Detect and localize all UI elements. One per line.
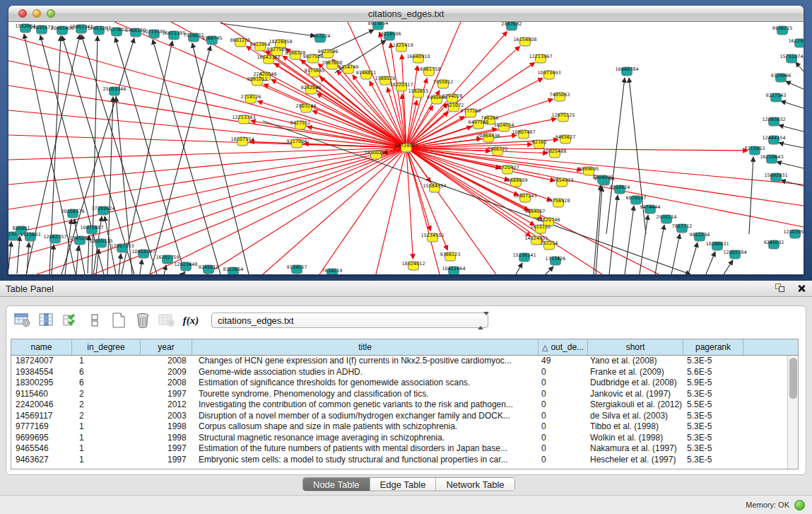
- graph-node[interactable]: 6879197: [626, 195, 647, 204]
- graph-node[interactable]: 12093832: [762, 117, 785, 126]
- graph-node[interactable]: 16543362: [257, 54, 280, 64]
- float-panel-icon[interactable]: [775, 284, 787, 293]
- graph-node[interactable]: 9175685: [305, 68, 325, 77]
- graph-node[interactable]: 18107554: [230, 136, 254, 146]
- graph-node[interactable]: 12975125: [551, 112, 575, 122]
- graph-node[interactable]: 10807487: [512, 129, 535, 139]
- column-header-out_degree[interactable]: △out_de...: [539, 339, 588, 355]
- graph-node[interactable]: 12213383: [232, 115, 255, 124]
- function-builder-icon[interactable]: f(x): [180, 310, 201, 330]
- graph-node[interactable]: 9474444: [640, 204, 661, 214]
- graph-node[interactable]: 16961758: [417, 66, 440, 76]
- graph-node[interactable]: 62160: [532, 139, 547, 148]
- graph-node[interactable]: 9227343: [766, 93, 787, 102]
- network-window-titlebar[interactable]: citations_edges.txt: [8, 6, 804, 22]
- graph-node[interactable]: 10025488: [543, 148, 566, 158]
- graph-node[interactable]: 18300295: [364, 150, 387, 159]
- graph-node[interactable]: 7986372: [488, 146, 508, 156]
- graph-node[interactable]: 10975887: [80, 225, 103, 234]
- graph-node[interactable]: 1527602: [107, 27, 127, 36]
- column-header-title[interactable]: title: [192, 339, 539, 355]
- table-row[interactable]: 2242004622012Investigating the contribut…: [11, 399, 798, 411]
- create-column-icon[interactable]: [108, 310, 129, 330]
- table-row[interactable]: 1456911722003Disruption of a novel membe…: [11, 411, 798, 422]
- graph-node[interactable]: 17957233: [110, 243, 134, 252]
- tab-edge-table[interactable]: Edge Table: [370, 478, 437, 491]
- graph-node[interactable]: 8312654: [223, 267, 244, 274]
- graph-node[interactable]: 25053346: [102, 86, 126, 95]
- column-header-name[interactable]: name: [11, 339, 72, 355]
- graph-node[interactable]: 15136141: [512, 252, 536, 262]
- table-row[interactable]: 946362711997Embryonic stem cells: a mode…: [11, 455, 798, 466]
- table-row[interactable]: 1872400712008Changes of HCN gene express…: [11, 356, 798, 367]
- graph-node[interactable]: 6794028: [442, 93, 463, 103]
- table-selector-dropdown[interactable]: citations_edges.txt: [211, 313, 488, 328]
- graph-node[interactable]: 9827508: [303, 54, 324, 63]
- graph-node[interactable]: 16154808: [513, 37, 536, 46]
- graph-node[interactable]: 1145193: [70, 235, 90, 245]
- graph-node[interactable]: 15134551: [420, 233, 444, 242]
- graph-node[interactable]: 1562615: [408, 88, 429, 98]
- graph-node[interactable]: 8813054: [368, 22, 389, 30]
- graph-node[interactable]: 10688609: [504, 177, 527, 187]
- graph-node[interactable]: 9366123: [440, 252, 461, 261]
- graph-node[interactable]: 7516032: [184, 33, 204, 42]
- tab-network-table[interactable]: Network Table: [436, 478, 514, 491]
- graph-node[interactable]: 15751074: [779, 54, 803, 63]
- graph-node[interactable]: 1615132: [531, 224, 551, 233]
- graph-node[interactable]: 20206576: [61, 209, 84, 218]
- graph-node[interactable]: 9329966: [771, 73, 792, 82]
- graph-node[interactable]: 9936215: [772, 25, 793, 35]
- graph-node[interactable]: 12055784: [723, 250, 746, 259]
- show-columns-icon[interactable]: [36, 310, 57, 330]
- graph-node[interactable]: 19756928: [546, 198, 570, 207]
- delete-column-icon[interactable]: [132, 310, 153, 330]
- table-row[interactable]: 1830029562008Estimation of significance …: [11, 378, 798, 389]
- graph-node[interactable]: 16129574: [788, 38, 804, 47]
- graph-node[interactable]: 17654923: [550, 177, 573, 187]
- graph-node[interactable]: 7955812: [433, 79, 454, 88]
- graph-node[interactable]: 11325419: [389, 42, 413, 52]
- graph-node[interactable]: 17359924: [91, 206, 114, 215]
- graph-node[interactable]: 10421664: [442, 266, 465, 274]
- graph-node[interactable]: 16671385: [162, 30, 185, 40]
- graph-node[interactable]: 12213967: [529, 54, 552, 63]
- graph-node[interactable]: 6497568: [469, 119, 489, 129]
- graph-node[interactable]: 9366745: [202, 35, 223, 45]
- graph-node[interactable]: 9117004: [287, 139, 307, 148]
- graph-node[interactable]: 12042757: [43, 234, 66, 243]
- select-columns-icon[interactable]: [60, 310, 81, 330]
- column-header-short[interactable]: short: [588, 339, 683, 355]
- column-header-pagerank[interactable]: pagerank: [683, 339, 743, 355]
- table-vertical-scrollbar[interactable]: [787, 356, 798, 469]
- table-options-icon[interactable]: [12, 310, 33, 330]
- tab-node-table[interactable]: Node Table: [303, 478, 370, 491]
- column-header-in_degree[interactable]: in_degree: [72, 339, 141, 355]
- graph-node[interactable]: 2887682: [502, 22, 522, 30]
- graph-node[interactable]: 16640910: [406, 54, 430, 63]
- graph-node[interactable]: 12103954: [783, 229, 804, 238]
- graph-node[interactable]: 8958924: [610, 185, 630, 194]
- close-panel-icon[interactable]: [796, 284, 806, 293]
- graph-node[interactable]: 12444154: [762, 135, 785, 144]
- table-row[interactable]: 969969511998Structural magnetic resonanc…: [11, 433, 798, 444]
- graph-node[interactable]: 9465627: [555, 134, 576, 144]
- graph-node[interactable]: 15692931: [764, 173, 787, 182]
- graph-node[interactable]: 18807243: [513, 193, 536, 202]
- graph-node[interactable]: 9777169: [461, 108, 481, 117]
- graph-node[interactable]: 7957224: [310, 33, 331, 42]
- graph-node[interactable]: 16210643: [760, 154, 783, 163]
- graph-node[interactable]: 252254: [541, 240, 558, 250]
- graph-node[interactable]: 1115683: [20, 232, 41, 241]
- table-row[interactable]: 911546021997Tourette syndrome. Phenomeno…: [11, 389, 798, 400]
- graph-node[interactable]: 2935114: [657, 214, 677, 223]
- table-row[interactable]: 946554611997Estimation of the future num…: [11, 443, 798, 455]
- graph-node[interactable]: 20364436: [476, 133, 500, 142]
- graph-node[interactable]: 9245012: [199, 264, 219, 274]
- table-row[interactable]: 1938455462009Genome-wide association stu…: [11, 367, 798, 378]
- graph-node[interactable]: 9146821: [356, 70, 377, 79]
- graph-node[interactable]: 7485063: [550, 92, 570, 101]
- column-header-year[interactable]: year: [141, 339, 192, 355]
- table-row[interactable]: 977716911998Corpus callosum shape and si…: [11, 421, 798, 433]
- graph-node[interactable]: 18524012: [401, 261, 425, 270]
